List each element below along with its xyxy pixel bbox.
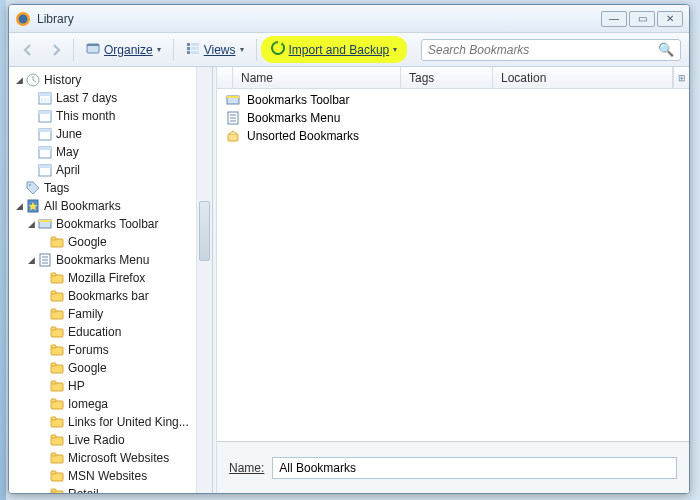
svg-rect-3: [87, 44, 99, 46]
firefox-icon: [15, 11, 31, 27]
folder-icon: [49, 270, 65, 286]
titlebar[interactable]: Library — ▭ ✕: [9, 5, 689, 33]
svg-rect-9: [191, 51, 199, 54]
detail-name-input[interactable]: [272, 457, 677, 479]
unsorted-bookmarks-icon: [225, 128, 241, 144]
tree-item[interactable]: April: [13, 161, 212, 179]
toolbar-separator: [73, 39, 74, 61]
column-label: Tags: [409, 71, 434, 85]
tree-item-history[interactable]: ◢ History: [13, 71, 212, 89]
svg-rect-49: [51, 399, 56, 402]
desktop-edge: [0, 0, 6, 500]
back-button[interactable]: [17, 39, 39, 61]
organize-label: Organize: [104, 43, 153, 57]
tree-label: This month: [56, 109, 115, 123]
views-button[interactable]: Views ▾: [180, 38, 250, 61]
column-tags[interactable]: Tags: [401, 67, 493, 88]
calendar-icon: [37, 108, 53, 124]
tree-item[interactable]: Live Radio: [13, 431, 212, 449]
scrollbar-thumb[interactable]: [199, 201, 210, 261]
svg-rect-59: [51, 489, 56, 492]
bookmarks-menu-icon: [37, 252, 53, 268]
views-icon: [186, 41, 200, 58]
tree-item[interactable]: Google: [13, 233, 212, 251]
tree-item[interactable]: Mozilla Firefox: [13, 269, 212, 287]
tree-item[interactable]: Links for United King...: [13, 413, 212, 431]
list-item[interactable]: Unsorted Bookmarks: [217, 127, 689, 145]
library-window: Library — ▭ ✕ Organize ▾ Views ▾ Import …: [8, 4, 690, 494]
folder-icon: [49, 486, 65, 493]
sidebar-scrollbar[interactable]: [196, 67, 212, 493]
tree-label: April: [56, 163, 80, 177]
column-name[interactable]: Name: [233, 67, 401, 88]
tree-item[interactable]: Google: [13, 359, 212, 377]
column-picker-icon[interactable]: ⊞: [673, 67, 689, 88]
list-item[interactable]: Bookmarks Menu: [217, 109, 689, 127]
tree-item[interactable]: HP: [13, 377, 212, 395]
svg-rect-19: [39, 129, 51, 132]
search-field-wrap[interactable]: 🔍: [421, 39, 681, 61]
svg-rect-29: [51, 237, 56, 240]
collapse-icon[interactable]: ◢: [25, 219, 37, 229]
tree-item[interactable]: Bookmarks bar: [13, 287, 212, 305]
collapse-icon[interactable]: ◢: [13, 75, 25, 85]
svg-rect-17: [39, 111, 51, 114]
tree-item[interactable]: Last 7 days: [13, 89, 212, 107]
folder-icon: [49, 324, 65, 340]
tree-label: Tags: [44, 181, 69, 195]
tree-label: All Bookmarks: [44, 199, 121, 213]
tree-item-all-bookmarks[interactable]: ◢ All Bookmarks: [13, 197, 212, 215]
tree-item[interactable]: Forums: [13, 341, 212, 359]
tree-item[interactable]: June: [13, 125, 212, 143]
sidebar[interactable]: ◢ History Last 7 days This month June Ma…: [9, 67, 213, 493]
minimize-button[interactable]: —: [601, 11, 627, 27]
bookmarks-menu-icon: [225, 110, 241, 126]
tag-icon: [25, 180, 41, 196]
calendar-icon: [37, 144, 53, 160]
forward-button[interactable]: [45, 39, 67, 61]
tree-item[interactable]: Family: [13, 305, 212, 323]
search-input[interactable]: [428, 43, 658, 57]
collapse-icon[interactable]: ◢: [25, 255, 37, 265]
column-location[interactable]: Location: [493, 67, 673, 88]
tree-item[interactable]: Education: [13, 323, 212, 341]
tree-item[interactable]: This month: [13, 107, 212, 125]
chevron-down-icon: ▾: [393, 45, 397, 54]
svg-rect-66: [228, 134, 238, 141]
tree-item[interactable]: Iomega: [13, 395, 212, 413]
collapse-icon[interactable]: ◢: [13, 201, 25, 211]
list-label: Bookmarks Toolbar: [247, 93, 350, 107]
tree-label: Bookmarks Toolbar: [56, 217, 159, 231]
import-backup-button[interactable]: Import and Backup ▾: [263, 38, 406, 61]
svg-rect-43: [51, 345, 56, 348]
search-icon[interactable]: 🔍: [658, 42, 674, 57]
bookmarks-icon: [25, 198, 41, 214]
calendar-icon: [37, 90, 53, 106]
folder-icon: [49, 396, 65, 412]
tree-item[interactable]: May: [13, 143, 212, 161]
organize-button[interactable]: Organize ▾: [80, 38, 167, 61]
svg-rect-55: [51, 453, 56, 456]
tree-item-bookmarks-menu[interactable]: ◢ Bookmarks Menu: [13, 251, 212, 269]
tree-label: Retail: [68, 487, 99, 493]
svg-rect-5: [191, 43, 199, 46]
tree-item-bookmarks-toolbar[interactable]: ◢ Bookmarks Toolbar: [13, 215, 212, 233]
folder-icon: [49, 414, 65, 430]
tree-item-tags[interactable]: Tags: [13, 179, 212, 197]
svg-rect-6: [187, 47, 190, 50]
svg-rect-57: [51, 471, 56, 474]
svg-rect-21: [39, 147, 51, 150]
calendar-icon: [37, 162, 53, 178]
list[interactable]: Bookmarks Toolbar Bookmarks Menu Unsorte…: [217, 89, 689, 441]
folder-icon: [49, 306, 65, 322]
tree-label: Microsoft Websites: [68, 451, 169, 465]
tree-item[interactable]: Microsoft Websites: [13, 449, 212, 467]
maximize-button[interactable]: ▭: [629, 11, 655, 27]
list-item[interactable]: Bookmarks Toolbar: [217, 91, 689, 109]
tree-item[interactable]: MSN Websites: [13, 467, 212, 485]
svg-rect-41: [51, 327, 56, 330]
tree-item[interactable]: Retail: [13, 485, 212, 493]
close-button[interactable]: ✕: [657, 11, 683, 27]
column-gutter[interactable]: [217, 67, 233, 88]
tree-label: Links for United King...: [68, 415, 189, 429]
